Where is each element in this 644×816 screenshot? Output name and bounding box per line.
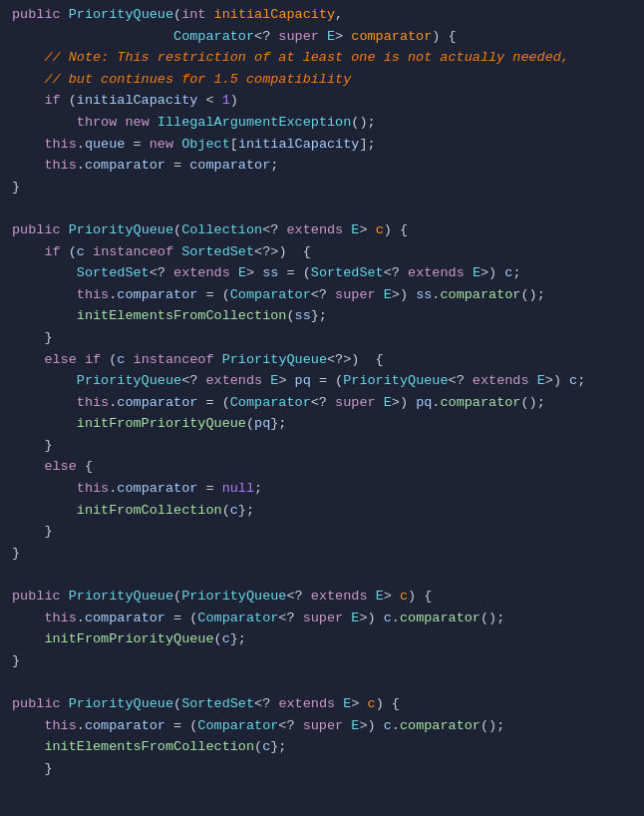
code-line: [0, 198, 644, 219]
code-line: }: [0, 758, 644, 780]
code-line: public PriorityQueue(PriorityQueue<? ext…: [0, 586, 644, 608]
code-line: this.comparator = (Comparator<? super E>…: [0, 715, 644, 737]
code-line: SortedSet<? extends E> ss = (SortedSet<?…: [0, 262, 644, 284]
code-line: }: [0, 177, 644, 199]
code-line: public PriorityQueue(int initialCapacity…: [0, 4, 644, 26]
code-block: public PriorityQueue(int initialCapacity…: [0, 0, 644, 783]
code-line: this.comparator = (Comparator<? super E>…: [0, 284, 644, 306]
code-line: // but continues for 1.5 compatibility: [0, 69, 644, 91]
code-line: public PriorityQueue(SortedSet<? extends…: [0, 693, 644, 715]
code-line: initFromPriorityQueue(c};: [0, 628, 644, 650]
code-line: }: [0, 650, 644, 672]
code-line: else if (c instanceof PriorityQueue<?>) …: [0, 349, 644, 371]
code-line: PriorityQueue<? extends E> pq = (Priorit…: [0, 370, 644, 392]
code-line: else {: [0, 456, 644, 478]
code-line: [0, 671, 644, 693]
code-line: initElementsFromCollection(ss};: [0, 305, 644, 327]
code-line: this.comparator = (Comparator<? super E>…: [0, 608, 644, 629]
code-line: throw new IllegalArgumentException();: [0, 112, 644, 134]
code-line: [0, 564, 644, 586]
code-line: if (initialCapacity < 1): [0, 90, 644, 112]
code-line: }: [0, 435, 644, 457]
code-line: initFromPriorityQueue(pq};: [0, 413, 644, 435]
code-line: this.comparator = (Comparator<? super E>…: [0, 392, 644, 414]
code-line: Comparator<? super E> comparator) {: [0, 26, 644, 48]
code-line: }: [0, 521, 644, 543]
code-line: initElementsFromCollection(c};: [0, 736, 644, 758]
code-line: initFromCollection(c};: [0, 500, 644, 522]
code-line: this.comparator = null;: [0, 478, 644, 500]
code-line: public PriorityQueue(Collection<? extend…: [0, 219, 644, 241]
code-line: this.queue = new Object[initialCapacity]…: [0, 134, 644, 156]
code-line: }: [0, 543, 644, 565]
code-line: }: [0, 327, 644, 349]
code-line: if (c instanceof SortedSet<?>) {: [0, 241, 644, 263]
code-line: this.comparator = comparator;: [0, 155, 644, 177]
code-line: // Note: This restriction of at least on…: [0, 47, 644, 69]
